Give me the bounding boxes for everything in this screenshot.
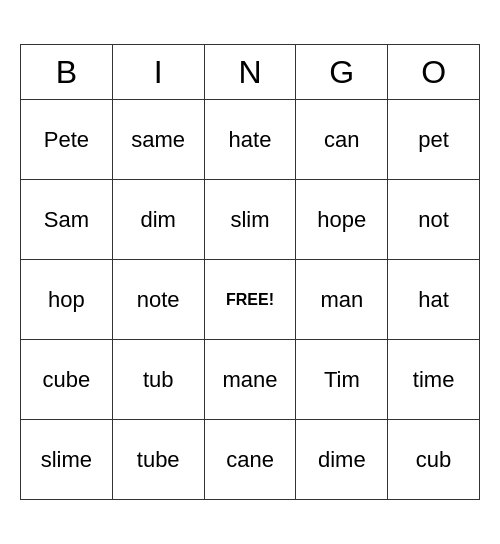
cell-r0-c4: pet <box>388 100 480 180</box>
table-row: hopnoteFREE!manhat <box>21 260 480 340</box>
cell-r0-c0: Pete <box>21 100 113 180</box>
header-row: BINGO <box>21 45 480 100</box>
cell-r1-c2: slim <box>204 180 296 260</box>
table-row: cubetubmaneTimtime <box>21 340 480 420</box>
header-cell-i: I <box>112 45 204 100</box>
bingo-card: BINGO PetesamehatecanpetSamdimslimhopeno… <box>20 44 480 500</box>
cell-r4-c0: slime <box>21 420 113 500</box>
table-row: slimetubecanedimecub <box>21 420 480 500</box>
header-cell-b: B <box>21 45 113 100</box>
cell-r2-c4: hat <box>388 260 480 340</box>
cell-r4-c3: dime <box>296 420 388 500</box>
cell-r2-c1: note <box>112 260 204 340</box>
cell-r1-c3: hope <box>296 180 388 260</box>
cell-r2-c2: FREE! <box>204 260 296 340</box>
cell-r3-c2: mane <box>204 340 296 420</box>
cell-r0-c2: hate <box>204 100 296 180</box>
cell-r1-c0: Sam <box>21 180 113 260</box>
cell-r0-c3: can <box>296 100 388 180</box>
cell-r2-c0: hop <box>21 260 113 340</box>
cell-r3-c0: cube <box>21 340 113 420</box>
cell-r3-c4: time <box>388 340 480 420</box>
cell-r2-c3: man <box>296 260 388 340</box>
cell-r1-c1: dim <box>112 180 204 260</box>
cell-r4-c1: tube <box>112 420 204 500</box>
table-row: Petesamehatecanpet <box>21 100 480 180</box>
bingo-table: BINGO PetesamehatecanpetSamdimslimhopeno… <box>20 44 480 500</box>
table-row: Samdimslimhopenot <box>21 180 480 260</box>
cell-r4-c2: cane <box>204 420 296 500</box>
cell-r3-c1: tub <box>112 340 204 420</box>
cell-r1-c4: not <box>388 180 480 260</box>
header-cell-n: N <box>204 45 296 100</box>
cell-r3-c3: Tim <box>296 340 388 420</box>
cell-r4-c4: cub <box>388 420 480 500</box>
header-cell-g: G <box>296 45 388 100</box>
header-cell-o: O <box>388 45 480 100</box>
cell-r0-c1: same <box>112 100 204 180</box>
